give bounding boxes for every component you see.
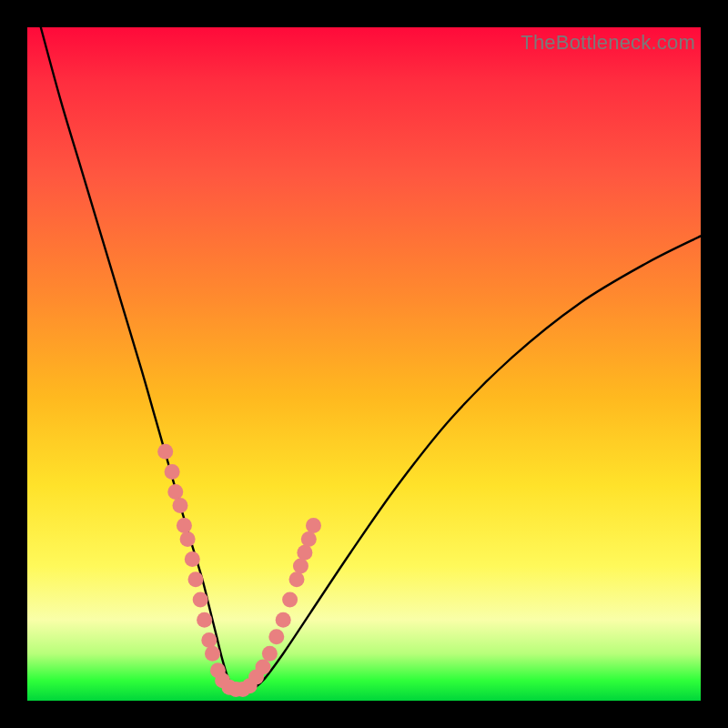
sample-point xyxy=(177,518,192,533)
sample-point xyxy=(165,464,180,480)
sample-point xyxy=(201,632,217,648)
sample-point xyxy=(297,545,312,561)
sample-point xyxy=(306,518,321,533)
sample-point xyxy=(205,646,220,662)
plot-area: TheBottleneck.com xyxy=(27,27,701,701)
sample-point xyxy=(188,571,204,587)
chart-svg xyxy=(27,27,701,701)
sample-point xyxy=(197,612,212,628)
sample-point xyxy=(180,531,196,547)
bottleneck-curve xyxy=(41,27,701,692)
sample-point xyxy=(301,531,317,547)
sample-point xyxy=(276,612,291,628)
sample-point xyxy=(256,660,271,675)
chart-frame: TheBottleneck.com xyxy=(0,0,728,728)
sample-point xyxy=(185,551,200,567)
sample-point xyxy=(268,629,284,644)
sample-point xyxy=(293,559,308,574)
sample-point xyxy=(172,498,187,513)
sample-points-group xyxy=(157,444,321,697)
sample-point xyxy=(193,592,208,608)
sample-point xyxy=(262,646,278,662)
sample-point xyxy=(289,571,305,587)
sample-point xyxy=(167,484,183,500)
sample-point xyxy=(282,592,298,608)
sample-point xyxy=(157,444,173,460)
